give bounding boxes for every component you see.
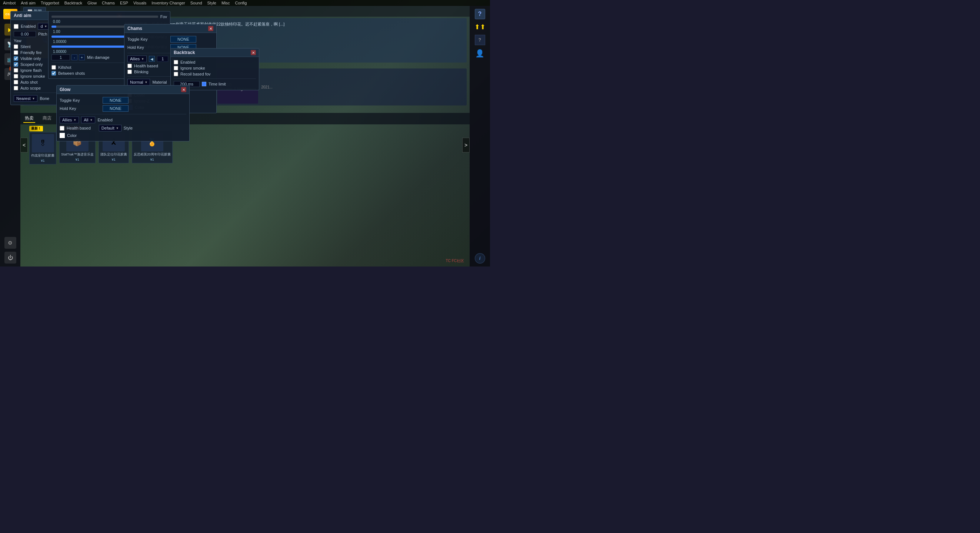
min-damage-dec[interactable]: - [72, 54, 77, 60]
menu-inventory-changer[interactable]: Inventory Changer [151, 1, 185, 5]
menu-sound[interactable]: Sound [190, 1, 202, 5]
chams-blinking-label: Blinking [134, 70, 148, 74]
item-name-2: StatTrak™激进音乐盒 [61, 152, 94, 157]
antiaim-visibleonly-checkbox[interactable] [14, 56, 18, 61]
menu-esp[interactable]: ESP [120, 1, 128, 5]
glow-hold-key-btn[interactable]: NONE [103, 105, 129, 112]
antiaim-pitch-input[interactable] [14, 31, 36, 37]
antiaim-visibleonly-label: Visible only [21, 56, 41, 61]
glow-body: Toggle Key NONE Hold Key NONE Allies ▼ A… [57, 94, 189, 141]
backtrack-smoke-checkbox[interactable] [174, 66, 178, 70]
backtrack-header[interactable]: Backtrack ✕ [171, 49, 259, 57]
sidebar-power[interactable]: ⏻ [5, 252, 16, 263]
item-card-1[interactable]: 🎖 作战室印花胶囊 ¥1 [29, 132, 56, 164]
backtrack-smoke-label: Ignore smoke [180, 66, 205, 70]
glow-header[interactable]: Glow ✕ [57, 86, 189, 94]
between-shots-checkbox[interactable] [51, 71, 56, 76]
menu-aimbot[interactable]: Aimbot [3, 1, 16, 5]
info-icon: i [475, 253, 485, 263]
menu-misc[interactable]: Misc [221, 1, 230, 5]
min-damage-label: Min damage [87, 55, 110, 60]
menu-glow[interactable]: Glow [88, 1, 97, 5]
antiaim-ignoresmoke-checkbox[interactable] [14, 74, 18, 78]
chams-health-label: Health based [134, 63, 158, 68]
max-shot-track[interactable] [51, 46, 128, 48]
glow-toggle-key-btn[interactable]: NONE [103, 97, 129, 104]
glow-close[interactable]: ✕ [181, 87, 186, 92]
backtrack-smoke-row: Ignore smoke [174, 65, 256, 71]
antiaim-silent-label: Silent [21, 44, 31, 49]
watermark: TC FC社区 [446, 259, 464, 263]
chams-normal-dropdown[interactable]: Normal ▼ [127, 79, 150, 86]
backtrack-recoil-checkbox[interactable] [174, 72, 178, 76]
menu-visuals[interactable]: Visuals [133, 1, 146, 5]
antiaim-yaw-label: Yaw [14, 38, 21, 43]
antiaim-scopedonly-checkbox[interactable] [14, 62, 18, 67]
menu-antiaim[interactable]: Anti aim [21, 1, 35, 5]
store-tab-shop[interactable]: 商店 [41, 114, 53, 123]
antiaim-ignoresmoke-label: Ignore smoke [21, 74, 45, 78]
dropdown-arrow-nearest: ▼ [32, 97, 35, 100]
item-price-2: ¥1 [76, 158, 79, 161]
antiaim-enabled-checkbox[interactable] [14, 24, 19, 29]
antiaim-scopedonly-label: Scoped only [21, 62, 43, 67]
item-price-4: ¥1 [150, 158, 154, 161]
antiaim-enabled-label: Enabled [21, 24, 35, 29]
menu-chams[interactable]: Chams [102, 1, 115, 5]
chams-toggle-row: Toggle Key NONE [127, 35, 213, 43]
glow-health-checkbox[interactable] [60, 126, 64, 131]
chams-material-label: Material [152, 80, 167, 84]
chams-toggle-label: Toggle Key [127, 37, 168, 41]
glow-panel: Glow ✕ Toggle Key NONE Hold Key NONE All… [56, 85, 189, 141]
min-damage-inc[interactable]: + [79, 54, 85, 60]
chams-allies-prev[interactable]: ◀ [149, 56, 155, 62]
item-name-4: 反恐精英20周年印花胶囊 [134, 152, 171, 157]
carousel-prev[interactable]: < [21, 138, 28, 152]
fov-label: Fov [161, 14, 167, 19]
menu-config[interactable]: Config [235, 1, 247, 5]
chams-health-checkbox[interactable] [127, 63, 132, 68]
glow-all-dropdown[interactable]: All ▼ [81, 117, 95, 123]
chams-hold-label: Hold Key [127, 45, 168, 49]
max-shot-fill [51, 46, 128, 48]
fov-track[interactable] [51, 16, 158, 18]
antiaim-autoscope-checkbox[interactable] [14, 86, 18, 90]
antiaim-friendlyfire-checkbox[interactable] [14, 50, 18, 55]
glow-color-swatch[interactable] [60, 133, 65, 138]
glow-default-dropdown[interactable]: Default ▼ [99, 125, 121, 132]
dropdown-arrow-1: ▼ [45, 25, 48, 28]
backtrack-close[interactable]: ✕ [251, 50, 256, 55]
carousel-next[interactable]: > [462, 138, 469, 152]
glow-toggle-label: Toggle Key [60, 98, 100, 103]
glow-default-arrow: ▼ [116, 127, 119, 130]
min-damage-input[interactable] [51, 54, 70, 60]
antiaim-autoscope-label: Auto scope [21, 86, 41, 90]
antiaim-ignoreflash-label: Ignore flash [21, 68, 41, 73]
menu-backtrack[interactable]: Backtrack [64, 1, 82, 5]
menu-triggerbot[interactable]: Triggerbot [41, 1, 59, 5]
antiaim-ignoreflash-checkbox[interactable] [14, 68, 18, 73]
chams-header[interactable]: Chams ✕ [124, 24, 216, 33]
sidebar-settings[interactable]: ⚙ [5, 237, 16, 249]
nearest-dropdown[interactable]: Nearest ▼ [14, 95, 37, 102]
help-button[interactable]: ? [475, 9, 485, 19]
glow-toggle-row: Toggle Key NONE [60, 96, 186, 105]
glow-health-style-row: Health based Default ▼ Style [60, 124, 186, 132]
antiaim-silent-checkbox[interactable] [14, 44, 18, 49]
glow-allies-dropdown[interactable]: Allies ▼ [60, 117, 79, 123]
backtrack-enabled-checkbox[interactable] [174, 60, 178, 64]
chams-blinking-checkbox[interactable] [127, 70, 132, 74]
killshot-checkbox[interactable] [51, 65, 56, 70]
chams-close[interactable]: ✕ [208, 26, 213, 31]
store-tab-hot[interactable]: 热卖 [23, 114, 35, 123]
backtrack-recoil-label: Recoil based fov [180, 72, 210, 76]
antiaim-autoshot-checkbox[interactable] [14, 80, 18, 84]
menubar: Aimbot Anti aim Triggerbot Backtrack Glo… [0, 0, 490, 6]
chams-toggle-key-btn[interactable]: NONE [170, 36, 196, 43]
item-price-1: ¥1 [41, 159, 45, 162]
max-aim-track[interactable] [51, 35, 129, 38]
menu-style[interactable]: Style [207, 1, 216, 5]
glow-enabled-label: Enabled [97, 118, 112, 122]
chams-allies-dropdown[interactable]: Allies ▼ [127, 56, 147, 62]
antiaim-friendlyfire-label: Friendly fire [21, 50, 41, 55]
